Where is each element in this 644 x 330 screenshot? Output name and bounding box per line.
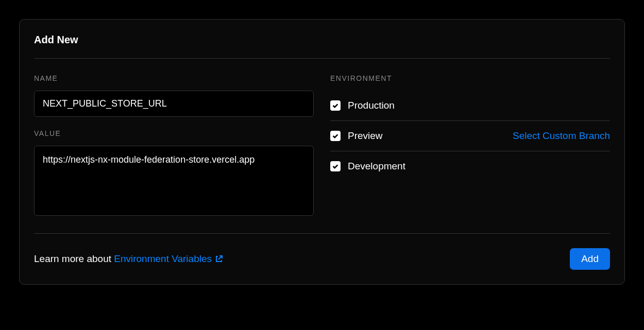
external-link-icon — [215, 255, 223, 263]
env-left: Development — [330, 161, 405, 172]
check-icon — [332, 163, 339, 170]
development-checkbox[interactable] — [330, 161, 341, 171]
check-icon — [332, 102, 339, 109]
preview-checkbox[interactable] — [330, 131, 341, 141]
env-label-preview: Preview — [348, 130, 383, 142]
env-row-development: Development — [330, 151, 610, 181]
check-icon — [332, 132, 339, 140]
name-input[interactable] — [34, 91, 314, 117]
left-column: NAME VALUE https://nextjs-nx-module-fede… — [34, 74, 314, 218]
name-label: NAME — [34, 74, 314, 82]
env-left: Preview — [330, 130, 383, 142]
environment-variables-link[interactable]: Environment Variables — [114, 253, 223, 265]
environment-label: ENVIRONMENT — [330, 74, 610, 82]
svg-line-0 — [218, 256, 222, 259]
right-column: ENVIRONMENT Production Preview — [330, 74, 610, 218]
env-left: Production — [330, 100, 395, 111]
select-custom-branch-link[interactable]: Select Custom Branch — [513, 130, 610, 142]
env-label-development: Development — [348, 161, 405, 172]
value-label: VALUE — [34, 129, 314, 137]
env-row-production: Production — [330, 91, 610, 121]
env-label-production: Production — [348, 100, 395, 111]
form-grid: NAME VALUE https://nextjs-nx-module-fede… — [34, 59, 610, 233]
add-button[interactable]: Add — [570, 248, 610, 270]
footer: Learn more about Environment Variables A… — [34, 234, 610, 270]
learn-more-text: Learn more about Environment Variables — [34, 253, 223, 265]
name-field-block: NAME — [34, 74, 314, 117]
learn-link-text: Environment Variables — [114, 253, 212, 265]
production-checkbox[interactable] — [330, 100, 341, 111]
value-field-block: VALUE https://nextjs-nx-module-federatio… — [34, 129, 314, 218]
card-title: Add New — [34, 34, 610, 46]
env-row-preview: Preview Select Custom Branch — [330, 121, 610, 151]
learn-prefix: Learn more about — [34, 253, 114, 264]
add-new-card: Add New NAME VALUE https://nextjs-nx-mod… — [19, 19, 625, 285]
value-input[interactable]: https://nextjs-nx-module-federation-stor… — [34, 146, 314, 216]
